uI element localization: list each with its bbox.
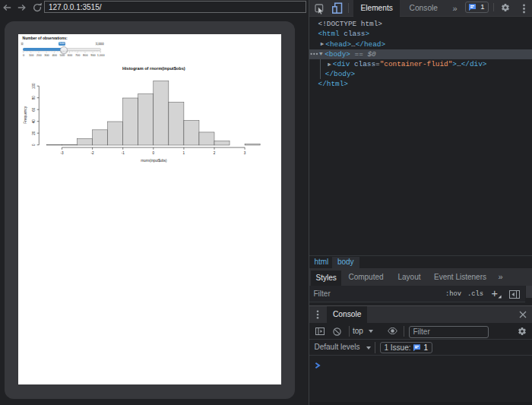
svg-text:100: 100: [33, 83, 36, 89]
svg-text:80: 80: [33, 96, 36, 100]
svg-text:1: 1: [183, 151, 185, 155]
svg-text:rnorm(input$obs): rnorm(input$obs): [141, 160, 168, 163]
svg-text:60: 60: [33, 107, 36, 112]
svg-text:2: 2: [214, 151, 216, 155]
svg-text:20: 20: [33, 131, 36, 135]
svg-text:-2: -2: [91, 151, 95, 155]
svg-text:3: 3: [244, 151, 246, 155]
svg-text:Frequency: Frequency: [24, 106, 28, 123]
svg-text:0: 0: [33, 144, 36, 146]
svg-text:-1: -1: [122, 151, 125, 155]
svg-text:-3: -3: [61, 151, 65, 155]
svg-text:40: 40: [33, 119, 36, 124]
svg-text:0: 0: [153, 151, 155, 155]
svg-text:Histogram of rnorm(input$obs): Histogram of rnorm(input$obs): [122, 66, 185, 71]
